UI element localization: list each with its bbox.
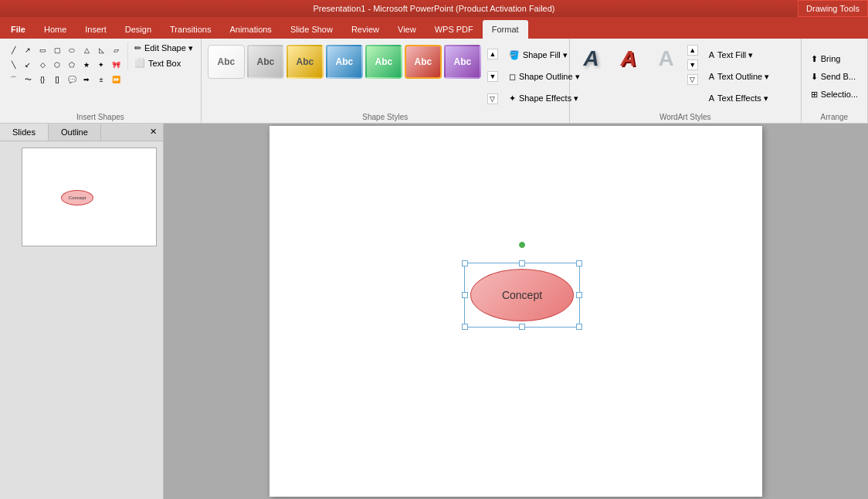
tab-view[interactable]: View [388, 20, 426, 39]
hex-shape[interactable]: ⬡ [50, 58, 64, 72]
edit-shape-button[interactable]: ✏ Edit Shape ▾ [131, 42, 196, 55]
arrow-shape[interactable]: ↗ [21, 43, 35, 57]
style-swatch-7[interactable]: Abc [444, 45, 481, 79]
edit-shape-icon: ✏ [134, 43, 141, 53]
freeform-shape[interactable]: ⌒ [6, 73, 20, 87]
scroll-up[interactable]: ▲ [487, 49, 498, 59]
shape-container[interactable]: Concept [470, 269, 574, 321]
scroll-down[interactable]: ▼ [487, 71, 498, 82]
ribbon-shape[interactable]: 🎀 [109, 58, 123, 72]
star4-shape[interactable]: ✦ [94, 58, 108, 72]
style-swatch-4[interactable]: Abc [326, 45, 363, 79]
zigzag-shape[interactable]: ╲ [6, 58, 20, 72]
tab-slideshow[interactable]: Slide Show [281, 20, 342, 39]
ribbon: ╱ ↗ ▭ ▢ ⬭ △ ◺ ▱ ╲ ↙ ◇ ⬡ ⬠ ★ ✦ 🎀 [0, 39, 868, 124]
tab-file[interactable]: File [2, 20, 35, 39]
arrange-label: Arrange [806, 111, 863, 121]
star5-shape[interactable]: ★ [80, 58, 93, 72]
rect-shape[interactable]: ▭ [36, 43, 49, 57]
wordart-style-2[interactable]: A [612, 42, 646, 76]
wordart-styles-label: WordArt Styles [575, 111, 796, 121]
darrow-shape[interactable]: ↙ [21, 58, 35, 72]
effects-icon: ✦ [509, 93, 516, 104]
text-fill-icon: A [709, 50, 714, 59]
handle-bottom-right[interactable] [576, 324, 582, 330]
arrange-group: ⬆ Bring ⬇ Send B... ⊞ Selectio... Arrang… [802, 39, 868, 123]
text-outline-button[interactable]: A Text Outline ▾ [704, 70, 774, 84]
style-swatch-3[interactable]: Abc [287, 45, 324, 79]
insert-shapes-actions: ✏ Edit Shape ▾ ⬜ Text Box [127, 42, 196, 70]
line-shape[interactable]: ╱ [6, 43, 20, 57]
style-swatch-1[interactable]: Abc [208, 45, 245, 79]
handle-middle-left[interactable] [462, 292, 468, 298]
wordart-scroll-expand[interactable]: ▽ [687, 74, 698, 85]
curve-shape[interactable]: 〜 [21, 73, 35, 87]
para-shape[interactable]: ▱ [109, 43, 123, 57]
handle-top-middle[interactable] [519, 260, 525, 266]
shape-styles-label: Shape Styles [206, 111, 565, 121]
tab-transitions[interactable]: Transitions [161, 20, 220, 39]
slide-canvas[interactable]: Concept [270, 126, 762, 497]
wordart-scroll-up[interactable]: ▲ [687, 45, 698, 56]
tab-format[interactable]: Format [483, 20, 528, 39]
sidebar-tab-outline[interactable]: Outline [49, 124, 101, 141]
text-box-button[interactable]: ⬜ Text Box [131, 56, 196, 70]
tab-animations[interactable]: Animations [220, 20, 280, 39]
handle-top-right[interactable] [576, 260, 582, 266]
shapes-grid: ╱ ↗ ▭ ▢ ⬭ △ ◺ ▱ ╲ ↙ ◇ ⬡ ⬠ ★ ✦ 🎀 [5, 42, 124, 88]
equation-shape[interactable]: ± [94, 73, 108, 87]
text-fill-button[interactable]: A Text Fill ▾ [704, 48, 774, 63]
bracket-shape[interactable]: {} [36, 73, 49, 87]
handle-middle-right[interactable] [576, 292, 582, 298]
selection-icon: ⊞ [811, 90, 818, 100]
handle-bottom-left[interactable] [462, 324, 468, 330]
style-swatch-6[interactable]: Abc [405, 45, 442, 79]
triangle-shape[interactable]: △ [80, 43, 93, 57]
tab-design[interactable]: Design [116, 20, 161, 39]
oval-shape[interactable]: ⬭ [65, 43, 79, 57]
shapes-palette: ╱ ↗ ▭ ▢ ⬭ △ ◺ ▱ ╲ ↙ ◇ ⬡ ⬠ ★ ✦ 🎀 [5, 42, 124, 88]
sidebar: Slides Outline ✕ 1 Concept [0, 124, 164, 499]
penta-shape[interactable]: ⬠ [65, 58, 79, 72]
scroll-expand[interactable]: ▽ [487, 93, 498, 104]
sidebar-tab-slides[interactable]: Slides [0, 124, 49, 141]
bring-forward-button[interactable]: ⬆ Bring [806, 52, 846, 66]
diamond-shape[interactable]: ◇ [36, 58, 49, 72]
wordart-style-1[interactable]: A [575, 42, 609, 76]
text-effects-button[interactable]: A Text Effects ▾ [704, 91, 774, 106]
ribbon-tabs: File Home Insert Design Transitions Anim… [0, 17, 868, 39]
outline-icon: ◻ [509, 72, 516, 82]
rotate-handle[interactable] [519, 242, 525, 248]
send-backward-button[interactable]: ⬇ Send B... [806, 70, 860, 84]
bring-forward-icon: ⬆ [811, 54, 818, 64]
style-swatch-2[interactable]: Abc [247, 45, 284, 79]
selection-pane-button[interactable]: ⊞ Selectio... [806, 87, 863, 102]
style-swatches: Abc Abc Abc Abc Abc Abc Abc [206, 42, 483, 111]
insert-shapes-group: ╱ ↗ ▭ ▢ ⬭ △ ◺ ▱ ╲ ↙ ◇ ⬡ ⬠ ★ ✦ 🎀 [0, 39, 202, 123]
block-arrow[interactable]: ➡ [80, 73, 93, 87]
wordart-scroll-down[interactable]: ▼ [687, 59, 698, 70]
tab-review[interactable]: Review [342, 20, 388, 39]
thumbnail-shape: Concept [61, 190, 93, 205]
slide-thumbnails: 1 Concept [0, 148, 163, 246]
handle-bottom-middle[interactable] [519, 324, 525, 330]
style-swatch-5[interactable]: Abc [365, 45, 402, 79]
roundrect-shape[interactable]: ▢ [50, 43, 64, 57]
sidebar-close-button[interactable]: ✕ [144, 124, 163, 141]
action-btn[interactable]: ⏩ [109, 73, 123, 87]
tab-home[interactable]: Home [35, 20, 76, 39]
brace-shape[interactable]: [] [50, 73, 64, 87]
selection-handles [464, 263, 580, 328]
callout-shape[interactable]: 💬 [65, 73, 79, 87]
text-outline-icon: A [709, 72, 714, 81]
title-bar: Presentation1 - Microsoft PowerPoint (Pr… [0, 0, 868, 17]
tab-wpspdf[interactable]: WPS PDF [426, 20, 483, 39]
rtriangle-shape[interactable]: ◺ [94, 43, 108, 57]
tab-insert[interactable]: Insert [76, 20, 116, 39]
slide-thumbnail-1[interactable]: Concept [22, 148, 157, 246]
wordart-options: A Text Fill ▾ A Text Outline ▾ A Text Ef… [703, 42, 775, 111]
handle-top-left[interactable] [462, 260, 468, 266]
wordart-style-3[interactable]: A [649, 42, 683, 76]
wordart-palette: A A A [575, 42, 683, 76]
fill-icon: 🪣 [509, 50, 520, 60]
